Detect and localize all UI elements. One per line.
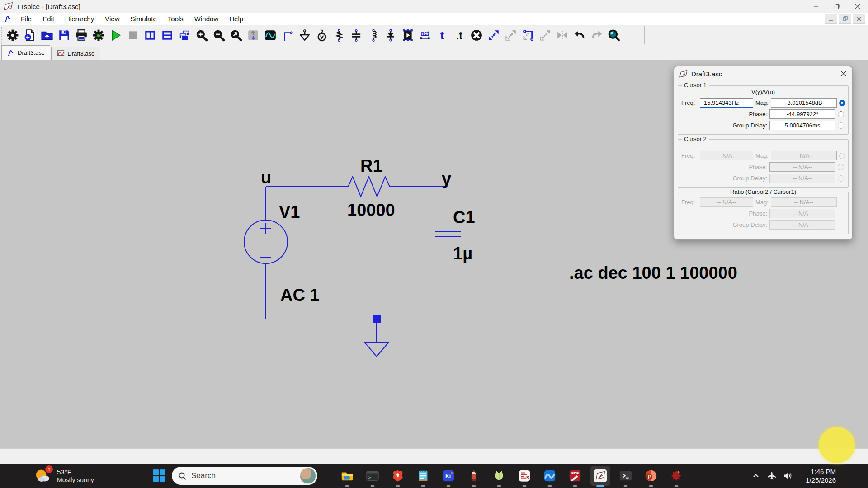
minimize-button[interactable]: [806, 0, 826, 13]
taskbar-app-red-splat[interactable]: [664, 464, 689, 488]
dialog-close-icon[interactable]: [840, 70, 847, 77]
taskbar-app-ltspice[interactable]: [588, 464, 613, 488]
open-folder-icon[interactable]: [38, 26, 56, 44]
find-icon[interactable]: [502, 26, 519, 44]
airplane-mode-icon[interactable]: [767, 471, 776, 480]
schematic-label[interactable]: C1: [453, 208, 475, 227]
cursor1-group-delay-input[interactable]: 5.0004706ms: [769, 121, 835, 130]
cursor1-phase-radio[interactable]: [838, 111, 844, 117]
diode-icon[interactable]: [382, 26, 399, 44]
menu-tools[interactable]: Tools: [162, 13, 189, 25]
schematic-label[interactable]: y: [442, 169, 451, 188]
undo-icon[interactable]: [571, 26, 588, 44]
cursor1-group-delay-radio[interactable]: [838, 122, 844, 129]
menu-hierarchy[interactable]: Hierarchy: [60, 13, 99, 25]
schematic-label[interactable]: 1µ: [453, 244, 472, 263]
mdi-close-button[interactable]: [853, 14, 865, 24]
clock[interactable]: 1:46 PM 1/25/2026: [799, 467, 836, 484]
taskbar-app-kicad[interactable]: Ki: [436, 464, 461, 488]
cursor2-mag-radio[interactable]: [839, 153, 845, 159]
waveform-viewer-icon[interactable]: [262, 26, 279, 44]
zoom-in-icon[interactable]: [193, 26, 210, 44]
wire-icon[interactable]: [279, 26, 296, 44]
taskbar-app-brave[interactable]: [385, 464, 410, 488]
circuit-wire[interactable]: [260, 223, 271, 234]
cursor1-freq-input[interactable]: 15.914343Hz: [700, 98, 753, 108]
edit-sim-command-icon[interactable]: .ac: [90, 26, 107, 44]
cursor1-mag-input[interactable]: -3.0101548dB: [771, 98, 837, 108]
taskbar-app-terminal[interactable]: >_: [360, 464, 385, 488]
menu-help[interactable]: Help: [224, 13, 249, 25]
restore-button[interactable]: [826, 0, 847, 13]
redo-icon[interactable]: [588, 26, 605, 44]
component-icon[interactable]: [399, 26, 416, 44]
volume-icon[interactable]: [783, 471, 792, 480]
schematic-label[interactable]: u: [261, 168, 271, 187]
drag-icon[interactable]: [519, 26, 537, 44]
run-icon[interactable]: [107, 26, 124, 44]
mdi-minimize-button[interactable]: [825, 14, 837, 24]
tray-chevron-icon[interactable]: [751, 471, 760, 480]
schematic-label[interactable]: AC 1: [280, 286, 320, 305]
schematic-label[interactable]: 10000: [347, 201, 395, 220]
cascade-icon[interactable]: [176, 26, 193, 44]
tile-horizontal-icon[interactable]: [159, 26, 176, 44]
taskbar-app-notepad[interactable]: [410, 464, 436, 488]
resistor-icon[interactable]: [330, 26, 348, 44]
weather-widget[interactable]: 1 53°F Mostly sunny: [33, 466, 94, 486]
toolbar-grip[interactable]: [1, 27, 4, 44]
search-schematic-icon[interactable]: [605, 26, 623, 44]
search-box[interactable]: Search: [172, 467, 317, 485]
cursor2-phase-radio[interactable]: [838, 164, 844, 170]
schematic-canvas[interactable]: uR110000yV1C11µAC 1.ac dec 100 1 100000 …: [0, 60, 868, 448]
settings-gear-icon[interactable]: [4, 26, 21, 44]
cursor2-group-delay-radio[interactable]: [838, 175, 844, 182]
schematic-label[interactable]: V1: [279, 202, 300, 221]
inductor-icon[interactable]: [365, 26, 382, 44]
capacitor-icon[interactable]: [348, 26, 365, 44]
tile-vertical-icon[interactable]: [142, 26, 159, 44]
taskbar-app-pencil[interactable]: [461, 464, 486, 488]
circuit-wire[interactable]: [348, 177, 390, 197]
tab-1-schematic[interactable]: Draft3.asc: [1, 45, 50, 60]
menu-simulate[interactable]: Simulate: [125, 13, 162, 25]
schematic-label[interactable]: .ac dec 100 1 100000: [569, 263, 737, 282]
taskbar-app-powershell[interactable]: [613, 464, 638, 488]
wire-node-square[interactable]: [373, 315, 381, 323]
ground-icon[interactable]: [296, 26, 313, 44]
zoom-out-icon[interactable]: [210, 26, 227, 44]
mdi-restore-button[interactable]: [839, 14, 851, 24]
menu-edit[interactable]: Edit: [37, 13, 60, 25]
new-schematic-icon[interactable]: [21, 26, 38, 44]
schematic-label[interactable]: R1: [360, 156, 382, 175]
tab-2-waveform[interactable]: Draft3.asc: [51, 47, 100, 60]
save-icon[interactable]: [56, 26, 73, 44]
taskbar-app-pdf[interactable]: PDF: [562, 464, 588, 488]
menu-window[interactable]: Window: [189, 13, 224, 25]
search-highlight-avatar[interactable]: [300, 468, 316, 484]
move-icon[interactable]: [485, 26, 502, 44]
pan-icon[interactable]: [245, 26, 262, 44]
circuit-wire[interactable]: [364, 342, 389, 357]
mirror-disabled-icon[interactable]: [554, 26, 571, 44]
print-icon[interactable]: [73, 26, 90, 44]
halt-icon[interactable]: [124, 26, 142, 44]
taskbar-app-media[interactable]: [537, 464, 562, 488]
zoom-extents-icon[interactable]: [227, 26, 245, 44]
close-button[interactable]: [847, 0, 868, 13]
highlight-net-icon[interactable]: net: [416, 26, 434, 44]
cursor1-phase-input[interactable]: -44.997922°: [769, 109, 835, 119]
start-button[interactable]: [152, 469, 166, 483]
text-tool-icon[interactable]: t: [434, 26, 451, 44]
taskbar-app-maps-s[interactable]: S: [512, 464, 537, 488]
paste-disabled-icon[interactable]: [537, 26, 554, 44]
label-net-icon[interactable]: [313, 26, 330, 44]
menu-view[interactable]: View: [99, 13, 125, 25]
taskbar-app-explorer[interactable]: [335, 464, 360, 488]
menu-file[interactable]: File: [15, 13, 37, 25]
taskbar-app-powerpoint[interactable]: P: [638, 464, 664, 488]
cursor1-mag-radio[interactable]: [839, 100, 845, 106]
taskbar-app-cat[interactable]: [486, 464, 512, 488]
spice-directive-icon[interactable]: .t: [451, 26, 468, 44]
delete-icon[interactable]: [468, 26, 485, 44]
